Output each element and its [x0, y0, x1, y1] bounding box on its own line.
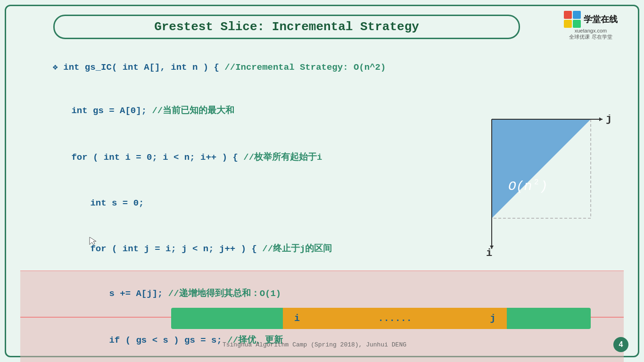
code-line-5-text: for ( int j = i; j < n; j++ ) { //终止于j的区…	[90, 244, 332, 254]
svg-text:2: 2	[534, 178, 539, 187]
code-line-4-text: int s = 0;	[90, 198, 144, 208]
code-line-1: ❖ int gs_IC( int A[], int n ) { //Increm…	[20, 46, 624, 89]
code-line-1-text: ❖ int gs_IC( int A[], int n ) { //Increm…	[52, 62, 386, 73]
svg-marker-3	[599, 117, 603, 121]
logo-icon	[564, 11, 581, 28]
slide-title: Grestest Slice: Incremental Strategy	[154, 20, 419, 34]
complexity-diagram: j i O(n 2 )	[482, 115, 614, 265]
footer: Tsinghua Algorithm Camp (Spring 2018), J…	[16, 337, 628, 352]
array-cell-middle: ......	[311, 308, 479, 329]
logo-area: 学堂在线 xuetangx.com 全球优课 尽在学堂	[553, 11, 628, 41]
svg-text:i: i	[486, 247, 492, 259]
array-cell-left	[171, 308, 283, 329]
logo-tagline: 全球优课 尽在学堂	[569, 33, 612, 41]
title-box: Grestest Slice: Incremental Strategy	[53, 15, 520, 39]
code-line-3-text: for ( int i = 0; i < n; i++ ) { //枚举所有起始…	[71, 152, 322, 163]
svg-marker-1	[492, 119, 591, 218]
svg-text:j: j	[606, 115, 612, 125]
diagram-area: j i O(n 2 )	[482, 115, 614, 265]
array-cell-i: i	[283, 308, 311, 329]
array-visualization: i ...... j	[171, 306, 591, 330]
logo-brand: 学堂在线	[584, 14, 618, 25]
code-line-2-text: int gs = A[0]; //当前已知的最大和	[71, 106, 234, 116]
array-cell-j: j	[479, 308, 507, 329]
slide-container: Grestest Slice: Incremental Strategy 学堂在…	[5, 5, 639, 357]
array-cell-right	[507, 308, 591, 329]
footer-attribution: Tsinghua Algorithm Camp (Spring 2018), J…	[223, 341, 406, 348]
footer-page-number: 4	[613, 337, 628, 352]
svg-text:O(n: O(n	[508, 179, 532, 194]
svg-text:): )	[540, 179, 548, 194]
code-line-6-text: s += A[j]; //递增地得到其总和：O(1)	[109, 288, 281, 299]
logo-domain: xuetangx.com	[575, 28, 607, 33]
